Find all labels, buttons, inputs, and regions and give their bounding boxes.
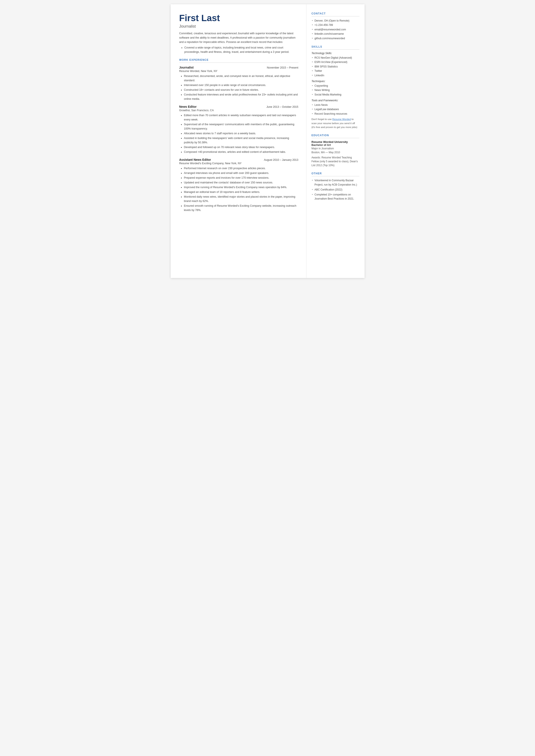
tools-list: Lexis NexisLegal/Law databasesRecord Sea… <box>312 103 359 116</box>
contact-item: Denver, OH (Open to Remote) <box>312 18 359 23</box>
education-header: Education <box>312 134 359 138</box>
edu-major: Major in Journalism <box>312 147 359 151</box>
job-dates: November 2015 – Present <box>267 66 298 69</box>
job-bullet: Conducted feature interviews and wrote a… <box>184 93 298 101</box>
tool-item: Lexis Nexis <box>312 103 359 107</box>
job-bullet: Edited more than 70 content articles in … <box>184 113 298 122</box>
techniques-label: Techniques: <box>312 80 359 83</box>
candidate-name: First Last <box>179 13 298 23</box>
technique-item: Copywriting <box>312 84 359 88</box>
resume-document: First Last Journalist Committed, creativ… <box>171 4 365 278</box>
main-column: First Last Journalist Committed, creativ… <box>171 4 306 278</box>
job-company: Growthsi, San Francisco, CA <box>179 109 298 112</box>
job-bullet: Monitored daily news wires, identified m… <box>184 195 298 203</box>
technology-item: RCS NexGen Digital (Advanced) <box>312 56 359 60</box>
technology-label: Technology Skills: <box>312 52 359 55</box>
job-bullet: Updated and maintained the contacts' dat… <box>184 181 298 185</box>
job-bullet: Managed an editorial team of 19 reporter… <box>184 190 298 194</box>
job-dates: June 2013 – October 2015 <box>266 105 298 108</box>
tool-item: Legal/Law databases <box>312 107 359 111</box>
other-item: ABC Certification (2022) <box>312 188 359 192</box>
contact-section: Contact Denver, OH (Open to Remote)+1-23… <box>312 12 359 41</box>
other-item: Volunteered in Community Bazaar Project,… <box>312 179 359 187</box>
job-bullet: Composed >40 promotional stories, articl… <box>184 150 298 154</box>
technology-item: ESRI ArcView (Experienced) <box>312 60 359 64</box>
job-block: News EditorJune 2013 – October 2015Growt… <box>179 105 298 154</box>
job-title: Journalist <box>179 66 194 69</box>
job-bullets: Researched, documented, wrote, and conve… <box>184 74 298 101</box>
edu-location-date: Boston, MA — May 2010 <box>312 151 359 154</box>
promo-text: Don't forget to use Resume Worded to sca… <box>312 117 359 129</box>
sidebar-column: Contact Denver, OH (Open to Remote)+1-23… <box>306 4 365 278</box>
job-bullet: Constructed 18+ contacts and sources for… <box>184 88 298 92</box>
technology-item: LinkedIn <box>312 73 359 78</box>
job-header-row: News EditorJune 2013 – October 2015 <box>179 105 298 108</box>
job-bullet: Arranged interviews via phone and email … <box>184 171 298 175</box>
job-bullet: Researched, documented, wrote, and conve… <box>184 74 298 83</box>
education-section: Education Resume Worded University Bache… <box>312 134 359 167</box>
other-header: Other <box>312 172 359 176</box>
other-section: Other Volunteered in Community Bazaar Pr… <box>312 172 359 201</box>
jobs-container: JournalistNovember 2015 – PresentResume … <box>179 66 298 212</box>
contact-item: github.com/resumeworded <box>312 36 359 41</box>
job-title: News Editor <box>179 105 197 108</box>
job-header-row: Assistant News EditorAugust 2010 – Janua… <box>179 158 298 161</box>
technology-item: IBM SPSS Statistics <box>312 65 359 69</box>
other-item: Completed 10+ competitions on Journalism… <box>312 193 359 201</box>
edu-school: Resume Worded University <box>312 140 359 144</box>
contact-item: linkedin.com/in/username <box>312 32 359 36</box>
edu-awards: Awards: Resume Worded Teaching Fellow (o… <box>312 155 359 167</box>
technology-item: Twitter <box>312 69 359 73</box>
job-header-row: JournalistNovember 2015 – Present <box>179 66 298 69</box>
contact-list: Denver, OH (Open to Remote)+1-234-456-78… <box>312 18 359 41</box>
summary-text: Committed, creative, tenacious and exper… <box>179 31 298 44</box>
job-bullet: Supervised all of the newspapers' commun… <box>184 122 298 131</box>
job-bullet: Developed and followed up on 70 relevant… <box>184 145 298 149</box>
job-bullet: Improved the running of Resume Worded's … <box>184 185 298 189</box>
tool-item: Record Searching resources <box>312 112 359 116</box>
edu-degree: Bachelor of Art <box>312 144 359 147</box>
job-block: Assistant News EditorAugust 2010 – Janua… <box>179 158 298 212</box>
technique-item: Social Media Marketing <box>312 93 359 97</box>
job-title: Assistant News Editor <box>179 158 211 161</box>
summary-bullet: Covered a wide range of topics, includin… <box>184 45 298 54</box>
job-bullets: Edited more than 70 content articles in … <box>184 113 298 154</box>
job-company: Resume Worded's Exciting Company, New Yo… <box>179 162 298 165</box>
job-bullet: Assisted in building the newspapers' web… <box>184 136 298 145</box>
job-dates: August 2010 – January 2013 <box>264 158 298 161</box>
job-bullets: Performed Internet research on over 230 … <box>184 166 298 212</box>
contact-item: +1-234-456-789 <box>312 23 359 27</box>
technology-list: RCS NexGen Digital (Advanced)ESRI ArcVie… <box>312 56 359 78</box>
job-bullet: Performed Internet research on over 230 … <box>184 166 298 170</box>
job-block: JournalistNovember 2015 – PresentResume … <box>179 66 298 101</box>
contact-item: email@resumeworded.com <box>312 27 359 32</box>
job-bullet: Interviewed over 150 people in a wide ra… <box>184 83 298 87</box>
job-company: Resume Worded, New York, NY <box>179 70 298 72</box>
job-bullet: Allocated news stories to 7 staff report… <box>184 131 298 136</box>
skills-section: Skills Technology Skills: RCS NexGen Dig… <box>312 45 359 129</box>
resume-worded-link[interactable]: Resume Worded <box>332 118 351 121</box>
candidate-title: Journalist <box>179 24 298 29</box>
promo-before: Don't forget to use <box>312 118 332 121</box>
techniques-list: CopywritingNews WritingSocial Media Mark… <box>312 84 359 97</box>
job-bullet: Ensured smooth running of Resume Worded'… <box>184 204 298 212</box>
summary-bullets: Covered a wide range of topics, includin… <box>184 45 298 54</box>
contact-header: Contact <box>312 12 359 16</box>
tools-label: Tools and Frameworks: <box>312 99 359 102</box>
work-experience-header: Work Experience <box>179 58 298 63</box>
job-bullet: Prepared expense reports and invoices fo… <box>184 176 298 180</box>
technique-item: News Writing <box>312 88 359 92</box>
skills-header: Skills <box>312 45 359 49</box>
other-list: Volunteered in Community Bazaar Project,… <box>312 179 359 201</box>
